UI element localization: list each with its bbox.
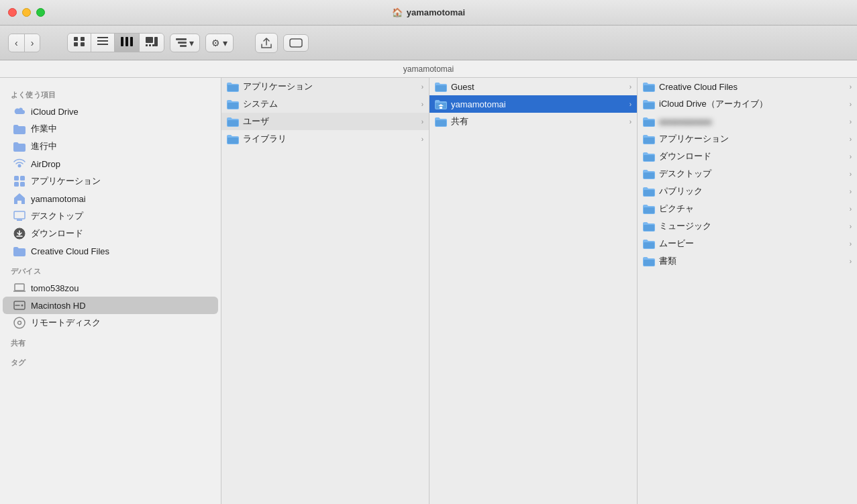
- svg-rect-18: [290, 39, 302, 47]
- chevron-right-icon: ›: [850, 118, 852, 125]
- svg-rect-8: [125, 37, 128, 46]
- tag-button[interactable]: [283, 34, 309, 52]
- sidebar-item-airdrop[interactable]: AirDrop: [3, 155, 218, 172]
- file-name: アプリケーション: [659, 133, 846, 145]
- file-row-public[interactable]: パブリック ›: [638, 183, 857, 200]
- breadcrumb-text: yamamotomai: [403, 64, 454, 74]
- sidebar-item-shinkouchu[interactable]: 進行中: [3, 138, 218, 155]
- folder-icon: [643, 220, 655, 232]
- file-row-yamamotomai[interactable]: yamamotomai ›: [430, 95, 637, 113]
- view-gallery-btn[interactable]: [140, 34, 164, 52]
- titlebar: 🏠 yamamotomai: [0, 0, 857, 26]
- svg-rect-0: [74, 37, 78, 41]
- file-name: アプリケーション: [243, 81, 417, 93]
- chevron-right-icon: ›: [421, 83, 423, 91]
- file-name: デスクトップ: [659, 168, 846, 180]
- file-row-movies[interactable]: ムービー ›: [638, 235, 857, 252]
- sidebar-item-macintosh-hd[interactable]: Macintosh HD: [3, 297, 218, 314]
- sidebar-item-creative-cloud[interactable]: Creative Cloud Files: [3, 242, 218, 260]
- chevron-right-icon: ›: [850, 240, 852, 248]
- svg-rect-46: [644, 172, 654, 179]
- chevron-right-icon: ›: [629, 83, 632, 91]
- folder-icon: [227, 115, 239, 128]
- folder-icon-shinkouchu: [13, 140, 26, 152]
- main-content: よく使う項目 iCloud Drive 作業中 進: [0, 78, 857, 504]
- file-row-applications[interactable]: アプリケーション ›: [221, 78, 429, 95]
- minimize-button[interactable]: [22, 8, 31, 17]
- close-button[interactable]: [8, 8, 17, 17]
- back-button[interactable]: ‹: [9, 34, 25, 52]
- folder-icon-sakuchu: [13, 123, 26, 135]
- file-row-system[interactable]: システム ›: [221, 95, 429, 113]
- sidebar-item-home[interactable]: yamamotomai: [3, 190, 218, 207]
- chevron-right-icon: ›: [850, 223, 852, 230]
- svg-rect-11: [146, 44, 148, 46]
- chevron-right-icon: ›: [850, 188, 852, 195]
- sidebar-label-tomo538zou: tomo538zou: [31, 283, 79, 293]
- file-name: ムービー: [659, 238, 846, 250]
- svg-rect-22: [14, 182, 19, 187]
- file-row-apps2[interactable]: アプリケーション ›: [638, 130, 857, 148]
- fullscreen-button[interactable]: [36, 8, 45, 17]
- group-dropdown[interactable]: ▾: [170, 34, 200, 52]
- file-row-desktop2[interactable]: デスクトップ ›: [638, 165, 857, 183]
- file-name: ライブラリ: [243, 133, 417, 145]
- breadcrumb-bar: yamamotomai: [0, 60, 857, 78]
- laptop-icon: [13, 282, 26, 294]
- view-toggle: [67, 33, 164, 52]
- svg-point-32: [14, 317, 25, 328]
- home-icon: [13, 193, 26, 205]
- svg-rect-37: [228, 138, 238, 144]
- sidebar-item-apps[interactable]: アプリケーション: [3, 172, 218, 190]
- svg-rect-28: [15, 284, 24, 291]
- svg-rect-48: [644, 207, 654, 213]
- file-row-kyoyu[interactable]: 共有 ›: [430, 113, 637, 130]
- file-row-blurred[interactable]: ●●●●●●●●●● ›: [638, 113, 857, 130]
- file-row-pictures[interactable]: ピクチャ ›: [638, 200, 857, 217]
- svg-rect-49: [644, 225, 654, 231]
- folder-icon: [643, 133, 655, 145]
- svg-rect-44: [644, 138, 654, 144]
- favorites-header: よく使う項目: [0, 83, 221, 103]
- sidebar-item-downloads[interactable]: ダウンロード: [3, 225, 218, 242]
- share-button[interactable]: [255, 33, 278, 53]
- view-list-btn[interactable]: [91, 34, 115, 52]
- folder-icon: [643, 168, 655, 180]
- file-row-guest[interactable]: Guest ›: [430, 78, 637, 95]
- svg-rect-1: [81, 37, 85, 41]
- folder-icon: [643, 203, 655, 215]
- file-name: パブリック: [659, 185, 846, 197]
- file-row-icloud-archive[interactable]: iCloud Drive（アーカイブ） ›: [638, 95, 857, 113]
- window-title: 🏠 yamamotomai: [392, 7, 465, 17]
- svg-rect-6: [97, 44, 108, 45]
- sidebar-item-desktop[interactable]: デスクトップ: [3, 207, 218, 225]
- file-row-music[interactable]: ミュージック ›: [638, 217, 857, 235]
- svg-point-19: [18, 164, 21, 168]
- file-name: yamamotomai: [451, 99, 625, 109]
- file-column-1: アプリケーション › システム ›: [221, 78, 430, 504]
- folder-icon: [227, 133, 239, 145]
- file-row-users[interactable]: ユーザ ›: [221, 113, 429, 130]
- sidebar-item-tomo538zou[interactable]: tomo538zou: [3, 279, 218, 297]
- svg-rect-9: [130, 37, 133, 46]
- sidebar-item-remote-disk[interactable]: リモートディスク: [3, 314, 218, 332]
- svg-rect-45: [644, 155, 654, 161]
- view-icon-btn[interactable]: [68, 34, 91, 52]
- svg-rect-13: [152, 44, 154, 46]
- file-row-downloads2[interactable]: ダウンロード ›: [638, 148, 857, 165]
- file-row-library[interactable]: ライブラリ ›: [221, 130, 429, 148]
- file-name: ミュージック: [659, 220, 846, 232]
- svg-rect-43: [644, 120, 654, 126]
- svg-rect-16: [178, 42, 187, 44]
- sidebar-item-icloud-drive[interactable]: iCloud Drive: [3, 103, 218, 120]
- action-dropdown[interactable]: ⚙▾: [205, 34, 234, 52]
- chevron-right-icon: ›: [421, 136, 423, 143]
- folder-icon: [435, 115, 447, 128]
- file-row-documents[interactable]: 書類 ›: [638, 252, 857, 270]
- sidebar-item-sakuchu[interactable]: 作業中: [3, 120, 218, 138]
- sidebar-label-shinkouchu: 進行中: [31, 140, 57, 152]
- view-column-btn[interactable]: [115, 34, 140, 52]
- file-row-cc[interactable]: Creative Cloud Files ›: [638, 78, 857, 95]
- folder-icon: [643, 185, 655, 197]
- forward-button[interactable]: ›: [25, 34, 40, 52]
